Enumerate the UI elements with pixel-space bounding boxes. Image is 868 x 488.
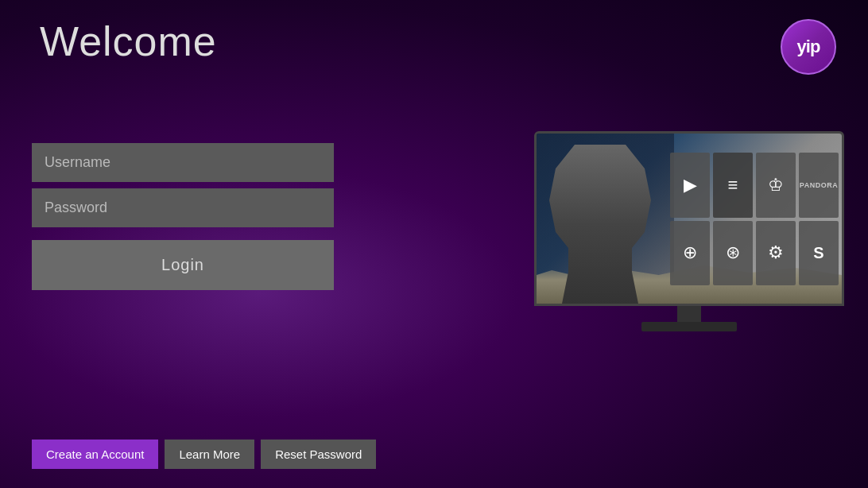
tv-screen: ▶ ≡ ♔ PANDORA ⊕ ⊛ ⚙ S — [534, 131, 844, 306]
tv-app-antenna: ⊛ — [713, 221, 753, 286]
tv-mockup: ▶ ≡ ♔ PANDORA ⊕ ⊛ ⚙ S — [534, 131, 844, 330]
login-form: Login — [32, 143, 334, 290]
reset-password-button[interactable]: Reset Password — [261, 440, 376, 469]
bottom-actions: Create an Account Learn More Reset Passw… — [32, 440, 376, 469]
create-account-button[interactable]: Create an Account — [32, 440, 158, 469]
tv-app-skype: S — [799, 221, 839, 286]
username-input[interactable] — [32, 143, 334, 182]
tv-app-settings: ⚙ — [756, 221, 796, 286]
tv-stand-base — [641, 322, 737, 331]
tv-app-grid: ▶ ≡ ♔ PANDORA ⊕ ⊛ ⚙ S — [667, 149, 842, 289]
tv-stand-neck — [677, 306, 701, 322]
page-title: Welcome — [40, 17, 217, 65]
password-input[interactable] — [32, 188, 334, 227]
tv-app-steem: ≡ — [713, 153, 753, 218]
tv-app-video: ▶ — [670, 153, 710, 218]
main-content: yip Welcome Login ▶ ≡ ♔ PANDORA ⊕ ⊛ ⚙ S — [0, 0, 868, 488]
login-button[interactable]: Login — [32, 240, 334, 290]
tv-app-pandora: PANDORA — [799, 153, 839, 218]
tv-app-globe: ⊕ — [670, 221, 710, 286]
logo-text: yip — [797, 37, 820, 57]
yip-logo: yip — [781, 19, 836, 75]
learn-more-button[interactable]: Learn More — [165, 440, 254, 469]
tv-app-android: ♔ — [756, 153, 796, 218]
